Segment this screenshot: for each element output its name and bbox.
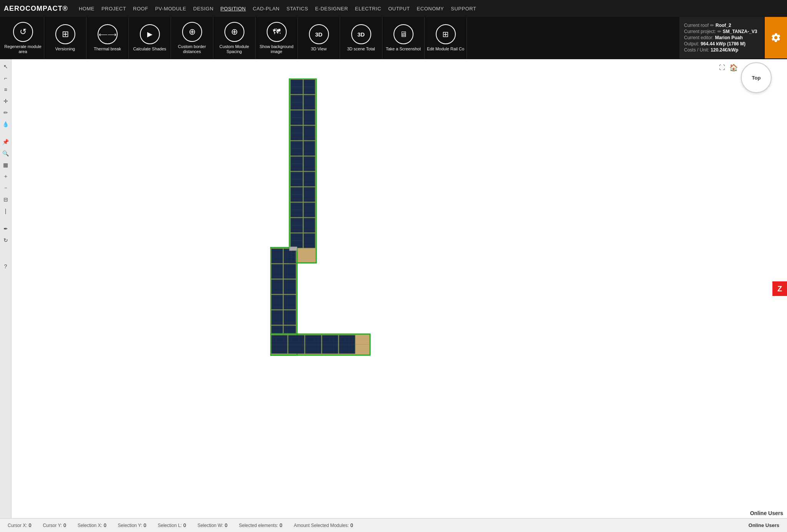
cursor-y-label: Cursor Y:: [43, 523, 62, 528]
screenshot-icon: 🖥: [394, 24, 413, 44]
thermal-icon: ⟵⟶: [98, 24, 118, 44]
output-value: 964.44 kWp (1786 M): [701, 41, 745, 47]
cursor-x-label: Cursor X:: [8, 523, 27, 528]
tool-pencil-icon[interactable]: ✒: [2, 224, 10, 233]
selection-w-label: Selection W:: [198, 523, 223, 528]
shades-label: Calculate Shades: [133, 47, 166, 52]
versioning-icon: ⊞: [55, 24, 75, 44]
tool-split-v-icon[interactable]: |: [2, 207, 10, 215]
top-navigation: AEROCOMPACT® HOME PROJECT ROOF PV-MODULE…: [0, 0, 787, 17]
nav-output[interactable]: OUTPUT: [388, 6, 410, 12]
regenerate-label: Regenerate module area: [3, 44, 42, 54]
shades-icon: ▶: [140, 24, 160, 44]
current-editor-value: Marion Puah: [715, 35, 743, 40]
nav-position[interactable]: POSITION: [221, 6, 246, 12]
thermal-break-button[interactable]: ⟵⟶ Thermal break: [86, 17, 129, 59]
selection-y-label: Selection Y:: [118, 523, 142, 528]
settings-button[interactable]: [765, 17, 787, 58]
online-users-label: Online Users: [750, 510, 783, 516]
border-icon: ⊕: [182, 22, 202, 42]
versioning-button[interactable]: ⊞ Versioning: [44, 17, 86, 59]
tool-move-icon[interactable]: ✛: [2, 97, 10, 105]
cursor-y-value: 0: [63, 523, 66, 528]
home-button[interactable]: 🏠: [728, 62, 739, 73]
thermal-label: Thermal break: [94, 47, 121, 52]
current-project-label: Current project:: [684, 29, 716, 34]
nav-support[interactable]: SUPPORT: [451, 6, 476, 12]
nav-home[interactable]: HOME: [79, 6, 95, 12]
background-label: Show background image: [257, 44, 296, 54]
tool-help-icon[interactable]: ?: [2, 262, 10, 271]
costs-value: 120.24€/kWp: [711, 47, 738, 53]
tool-select-icon[interactable]: ⌐: [2, 74, 10, 82]
tool-zoom-in-icon[interactable]: 🔍: [2, 149, 10, 158]
tool-minus-icon[interactable]: －: [2, 184, 10, 192]
custom-spacing-button[interactable]: ⊕ Custom Module Spacing: [213, 17, 256, 59]
rail-co-button[interactable]: ⊞ Edit Module Rail Co: [425, 17, 467, 59]
nav-roof[interactable]: ROOF: [133, 6, 148, 12]
tool-grid-icon[interactable]: ▦: [2, 161, 10, 169]
tool-plus-icon[interactable]: ＋: [2, 172, 10, 181]
selected-elements-label: Selected elements:: [239, 523, 278, 528]
svg-rect-73: [271, 249, 296, 334]
versioning-label: Versioning: [55, 47, 75, 52]
spacing-label: Custom Module Spacing: [215, 44, 254, 54]
tool-pen-icon[interactable]: ✏: [2, 108, 10, 117]
status-bar: Cursor X: 0 Cursor Y: 0 Selection X: 0 S…: [0, 518, 787, 532]
tool-pin-icon[interactable]: 📌: [2, 138, 10, 146]
logo: AEROCOMPACT®: [4, 5, 68, 13]
tool-split-h-icon[interactable]: ⊟: [2, 195, 10, 204]
expand-button[interactable]: ⛶: [717, 62, 727, 73]
background-image-button[interactable]: 🗺 Show background image: [256, 17, 298, 59]
current-roof-label: Current roof: [684, 23, 709, 28]
3dscene-label: 3D scene Total: [347, 47, 375, 52]
screenshot-label: Take a Screenshot: [386, 47, 421, 52]
left-sidebar: ↖ ⌐ ≡ ✛ ✏ 💧 📌 🔍 ▦ ＋ － ⊟ | ✒ ↻ ?: [0, 59, 12, 518]
tool-dropper-icon[interactable]: 💧: [2, 120, 10, 128]
current-project-value: SM_TANZA-_V3: [723, 29, 757, 34]
nav-pvmodule[interactable]: PV-MODULE: [155, 6, 186, 12]
cursor-x-value: 0: [29, 523, 32, 528]
amount-modules-value: 0: [350, 523, 353, 528]
nav-design[interactable]: DESIGN: [193, 6, 214, 12]
amount-modules-label: Amount Selected Modules:: [294, 523, 349, 528]
current-editor-label: Current editor:: [684, 35, 714, 40]
nav-cadplan[interactable]: CAD-PLAN: [253, 6, 280, 12]
regenerate-button[interactable]: ↺ Regenerate module area: [2, 17, 44, 59]
canvas-area[interactable]: 🏠 ⛶ Top: [12, 59, 787, 518]
screenshot-button[interactable]: 🖥 Take a Screenshot: [382, 17, 425, 59]
toolbar: ↺ Regenerate module area ⊞ Versioning ⟵⟶…: [0, 17, 787, 59]
tool-rotate-icon[interactable]: ↻: [2, 236, 10, 244]
costs-label: Costs / Unit:: [684, 47, 709, 53]
custom-border-button[interactable]: ⊕ Custom border distances: [171, 17, 213, 59]
railco-label: Edit Module Rail Co: [427, 47, 464, 52]
border-label: Custom border distances: [173, 44, 211, 54]
3d-view-button[interactable]: 3D 3D View: [298, 17, 340, 59]
online-users-status: Online Users: [749, 522, 779, 528]
3dscene-icon: 3D: [351, 24, 371, 44]
3dview-icon: 3D: [309, 24, 329, 44]
3dview-label: 3D View: [311, 47, 327, 52]
tool-cursor-icon[interactable]: ↖: [2, 62, 10, 71]
spacing-icon: ⊕: [224, 22, 244, 42]
selection-w-value: 0: [225, 523, 227, 528]
nav-project[interactable]: PROJECT: [101, 6, 126, 12]
info-panel: Current roof ✏ Roof_2 Current project: ✏…: [679, 17, 764, 58]
selected-elements-value: 0: [280, 523, 282, 528]
nav-statics[interactable]: STATICS: [286, 6, 308, 12]
gear-icon: [770, 32, 781, 43]
nav-economy[interactable]: ECONOMY: [417, 6, 444, 12]
nav-edesigner[interactable]: E-DESIGNER: [315, 6, 348, 12]
tool-lines-icon[interactable]: ≡: [2, 85, 10, 94]
3d-scene-button[interactable]: 3D 3D scene Total: [340, 17, 382, 59]
svg-rect-74: [271, 335, 369, 354]
calculate-shades-button[interactable]: ▶ Calculate Shades: [129, 17, 171, 59]
nav-electric[interactable]: ELECTRIC: [355, 6, 381, 12]
svg-rect-72: [291, 80, 315, 262]
selection-y-value: 0: [144, 523, 146, 528]
railco-icon: ⊞: [436, 24, 456, 44]
z-button[interactable]: Z: [772, 281, 787, 296]
compass[interactable]: Top: [741, 62, 772, 93]
solar-panels-view: [270, 78, 539, 386]
background-icon: 🗺: [267, 22, 287, 42]
